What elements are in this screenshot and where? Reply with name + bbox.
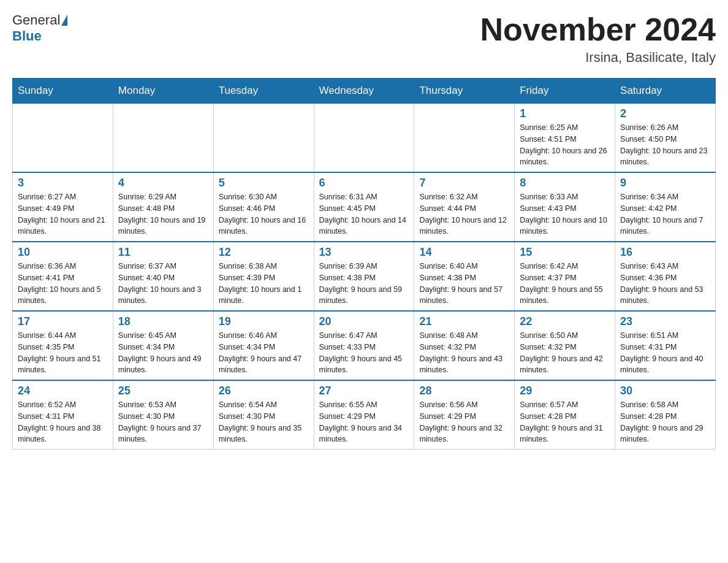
calendar-cell: 21Sunrise: 6:48 AMSunset: 4:32 PMDayligh… xyxy=(414,311,515,380)
calendar-cell xyxy=(113,104,213,173)
calendar-cell: 30Sunrise: 6:58 AMSunset: 4:28 PMDayligh… xyxy=(615,380,716,450)
day-info: Sunrise: 6:43 AMSunset: 4:36 PMDaylight:… xyxy=(620,261,710,307)
calendar-cell: 6Sunrise: 6:31 AMSunset: 4:45 PMDaylight… xyxy=(314,172,414,242)
day-info: Sunrise: 6:31 AMSunset: 4:45 PMDaylight:… xyxy=(319,191,409,237)
day-info: Sunrise: 6:45 AMSunset: 4:34 PMDaylight:… xyxy=(118,330,208,376)
day-number: 12 xyxy=(219,246,309,259)
logo-blue-text: Blue xyxy=(12,28,42,44)
title-section: November 2024 Irsina, Basilicate, Italy xyxy=(480,12,716,66)
day-info: Sunrise: 6:53 AMSunset: 4:30 PMDaylight:… xyxy=(118,399,208,445)
day-number: 8 xyxy=(520,177,610,190)
calendar-cell: 7Sunrise: 6:32 AMSunset: 4:44 PMDaylight… xyxy=(414,172,515,242)
location-title: Irsina, Basilicate, Italy xyxy=(480,50,716,66)
day-number: 17 xyxy=(18,315,108,328)
calendar-table: SundayMondayTuesdayWednesdayThursdayFrid… xyxy=(12,78,716,450)
day-info: Sunrise: 6:26 AMSunset: 4:50 PMDaylight:… xyxy=(620,122,710,168)
calendar-cell: 5Sunrise: 6:30 AMSunset: 4:46 PMDaylight… xyxy=(213,172,314,242)
weekday-header-row: SundayMondayTuesdayWednesdayThursdayFrid… xyxy=(13,79,716,104)
day-number: 21 xyxy=(419,315,509,328)
day-info: Sunrise: 6:40 AMSunset: 4:38 PMDaylight:… xyxy=(419,261,509,307)
calendar-week-row: 17Sunrise: 6:44 AMSunset: 4:35 PMDayligh… xyxy=(13,311,716,380)
day-info: Sunrise: 6:38 AMSunset: 4:39 PMDaylight:… xyxy=(219,261,309,307)
day-info: Sunrise: 6:46 AMSunset: 4:34 PMDaylight:… xyxy=(219,330,309,376)
day-info: Sunrise: 6:44 AMSunset: 4:35 PMDaylight:… xyxy=(18,330,108,376)
day-info: Sunrise: 6:52 AMSunset: 4:31 PMDaylight:… xyxy=(18,399,108,445)
day-number: 13 xyxy=(319,246,409,259)
day-number: 24 xyxy=(18,385,108,397)
calendar-cell: 10Sunrise: 6:36 AMSunset: 4:41 PMDayligh… xyxy=(13,242,113,311)
day-info: Sunrise: 6:56 AMSunset: 4:29 PMDaylight:… xyxy=(419,399,509,445)
calendar-cell: 16Sunrise: 6:43 AMSunset: 4:36 PMDayligh… xyxy=(615,242,716,311)
calendar-cell: 18Sunrise: 6:45 AMSunset: 4:34 PMDayligh… xyxy=(113,311,213,380)
calendar-week-row: 3Sunrise: 6:27 AMSunset: 4:49 PMDaylight… xyxy=(13,172,716,242)
calendar-cell: 26Sunrise: 6:54 AMSunset: 4:30 PMDayligh… xyxy=(213,380,314,450)
calendar-cell: 24Sunrise: 6:52 AMSunset: 4:31 PMDayligh… xyxy=(13,380,113,450)
weekday-header-friday: Friday xyxy=(515,79,615,104)
day-info: Sunrise: 6:55 AMSunset: 4:29 PMDaylight:… xyxy=(319,399,409,445)
weekday-header-tuesday: Tuesday xyxy=(213,79,314,104)
calendar-cell: 14Sunrise: 6:40 AMSunset: 4:38 PMDayligh… xyxy=(414,242,515,311)
calendar-cell: 28Sunrise: 6:56 AMSunset: 4:29 PMDayligh… xyxy=(414,380,515,450)
calendar-cell: 19Sunrise: 6:46 AMSunset: 4:34 PMDayligh… xyxy=(213,311,314,380)
day-number: 23 xyxy=(620,315,710,328)
weekday-header-sunday: Sunday xyxy=(13,79,113,104)
day-info: Sunrise: 6:54 AMSunset: 4:30 PMDaylight:… xyxy=(219,399,309,445)
calendar-cell: 25Sunrise: 6:53 AMSunset: 4:30 PMDayligh… xyxy=(113,380,213,450)
day-number: 9 xyxy=(620,177,710,190)
day-info: Sunrise: 6:27 AMSunset: 4:49 PMDaylight:… xyxy=(18,191,108,237)
calendar-cell: 29Sunrise: 6:57 AMSunset: 4:28 PMDayligh… xyxy=(515,380,615,450)
calendar-cell: 11Sunrise: 6:37 AMSunset: 4:40 PMDayligh… xyxy=(113,242,213,311)
day-info: Sunrise: 6:48 AMSunset: 4:32 PMDaylight:… xyxy=(419,330,509,376)
calendar-cell xyxy=(414,104,515,173)
day-number: 7 xyxy=(419,177,509,190)
calendar-week-row: 10Sunrise: 6:36 AMSunset: 4:41 PMDayligh… xyxy=(13,242,716,311)
day-info: Sunrise: 6:47 AMSunset: 4:33 PMDaylight:… xyxy=(319,330,409,376)
logo-general-text: General xyxy=(12,12,60,28)
day-info: Sunrise: 6:39 AMSunset: 4:38 PMDaylight:… xyxy=(319,261,409,307)
day-info: Sunrise: 6:32 AMSunset: 4:44 PMDaylight:… xyxy=(419,191,509,237)
weekday-header-thursday: Thursday xyxy=(414,79,515,104)
calendar-cell: 17Sunrise: 6:44 AMSunset: 4:35 PMDayligh… xyxy=(13,311,113,380)
day-number: 30 xyxy=(620,385,710,397)
calendar-cell: 8Sunrise: 6:33 AMSunset: 4:43 PMDaylight… xyxy=(515,172,615,242)
calendar-cell xyxy=(314,104,414,173)
calendar-cell: 2Sunrise: 6:26 AMSunset: 4:50 PMDaylight… xyxy=(615,104,716,173)
calendar-cell: 3Sunrise: 6:27 AMSunset: 4:49 PMDaylight… xyxy=(13,172,113,242)
calendar-cell: 20Sunrise: 6:47 AMSunset: 4:33 PMDayligh… xyxy=(314,311,414,380)
day-info: Sunrise: 6:42 AMSunset: 4:37 PMDaylight:… xyxy=(520,261,610,307)
day-info: Sunrise: 6:51 AMSunset: 4:31 PMDaylight:… xyxy=(620,330,710,376)
day-info: Sunrise: 6:58 AMSunset: 4:28 PMDaylight:… xyxy=(620,399,710,445)
logo-triangle-icon xyxy=(61,15,67,26)
calendar-week-row: 24Sunrise: 6:52 AMSunset: 4:31 PMDayligh… xyxy=(13,380,716,450)
day-number: 16 xyxy=(620,246,710,259)
calendar-cell xyxy=(213,104,314,173)
day-number: 2 xyxy=(620,107,710,120)
day-number: 15 xyxy=(520,246,610,259)
day-number: 22 xyxy=(520,315,610,328)
day-number: 6 xyxy=(319,177,409,190)
day-number: 26 xyxy=(219,385,309,397)
calendar-week-row: 1Sunrise: 6:25 AMSunset: 4:51 PMDaylight… xyxy=(13,104,716,173)
day-number: 4 xyxy=(118,177,208,190)
day-info: Sunrise: 6:50 AMSunset: 4:32 PMDaylight:… xyxy=(520,330,610,376)
day-info: Sunrise: 6:34 AMSunset: 4:42 PMDaylight:… xyxy=(620,191,710,237)
calendar-cell: 12Sunrise: 6:38 AMSunset: 4:39 PMDayligh… xyxy=(213,242,314,311)
day-number: 25 xyxy=(118,385,208,397)
logo: General Blue xyxy=(12,12,69,44)
day-info: Sunrise: 6:57 AMSunset: 4:28 PMDaylight:… xyxy=(520,399,610,445)
page-header: General Blue November 2024 Irsina, Basil… xyxy=(12,12,716,66)
calendar-cell xyxy=(13,104,113,173)
calendar-cell: 22Sunrise: 6:50 AMSunset: 4:32 PMDayligh… xyxy=(515,311,615,380)
day-number: 5 xyxy=(219,177,309,190)
day-number: 28 xyxy=(419,385,509,397)
day-info: Sunrise: 6:33 AMSunset: 4:43 PMDaylight:… xyxy=(520,191,610,237)
day-number: 11 xyxy=(118,246,208,259)
day-number: 27 xyxy=(319,385,409,397)
calendar-cell: 13Sunrise: 6:39 AMSunset: 4:38 PMDayligh… xyxy=(314,242,414,311)
day-number: 3 xyxy=(18,177,108,190)
day-info: Sunrise: 6:29 AMSunset: 4:48 PMDaylight:… xyxy=(118,191,208,237)
day-number: 29 xyxy=(520,385,610,397)
weekday-header-wednesday: Wednesday xyxy=(314,79,414,104)
day-number: 10 xyxy=(18,246,108,259)
calendar-cell: 23Sunrise: 6:51 AMSunset: 4:31 PMDayligh… xyxy=(615,311,716,380)
